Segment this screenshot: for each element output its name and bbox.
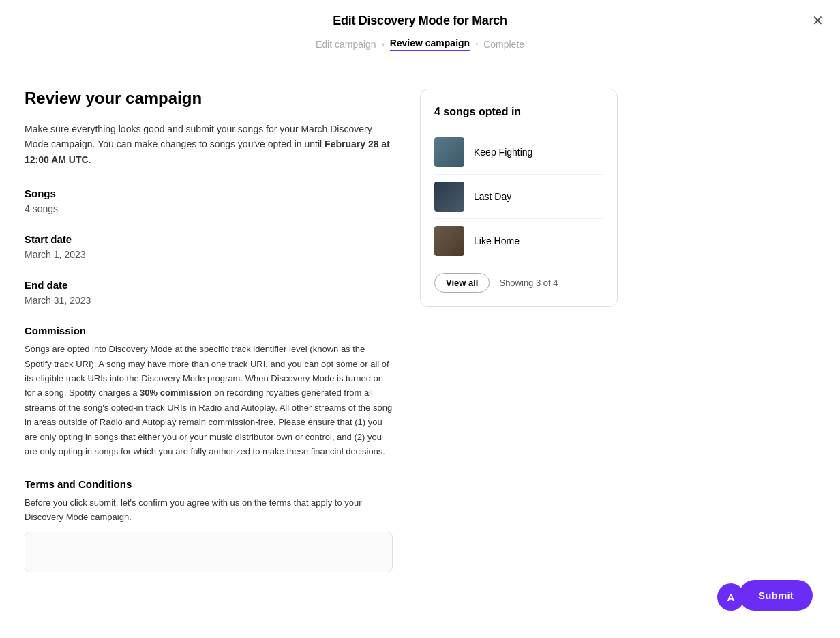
description-part1: Make sure everything looks good and subm… <box>25 124 372 149</box>
commission-body-part2: on recording royalties generated from al… <box>25 388 392 456</box>
song-item-3: Like Home <box>434 219 603 263</box>
start-date-title: Start date <box>25 233 393 245</box>
chevron-icon-2: › <box>475 40 478 49</box>
song-thumb-1 <box>434 137 464 167</box>
showing-text: Showing 3 of 4 <box>499 278 558 288</box>
end-date-value: March 31, 2023 <box>25 295 393 306</box>
start-date-value: March 1, 2023 <box>25 249 393 260</box>
close-button[interactable]: ✕ <box>812 12 824 29</box>
song-item-2: Last Day <box>434 175 603 219</box>
main-content: Review your campaign Make sure everythin… <box>0 61 750 616</box>
header: Edit Discovery Mode for March Edit campa… <box>0 0 840 61</box>
song-name-2: Last Day <box>474 191 511 202</box>
commission-section: Commission Songs are opted into Discover… <box>25 325 393 459</box>
song-name-1: Keep Fighting <box>474 147 532 158</box>
description-part2: . <box>89 154 91 165</box>
songs-section-title: Songs <box>25 188 393 199</box>
songs-section: Songs 4 songs <box>25 188 393 214</box>
step-edit-campaign[interactable]: Edit campaign <box>316 39 376 50</box>
end-date-title: End date <box>25 279 393 291</box>
end-date-section: End date March 31, 2023 <box>25 279 393 306</box>
song-name-3: Like Home <box>474 235 520 246</box>
page-title: Edit Discovery Mode for March <box>0 14 840 28</box>
song-thumb-3 <box>434 226 464 256</box>
songs-section-value: 4 songs <box>25 203 393 214</box>
commission-bold: 30% commission <box>140 388 212 398</box>
opted-in-card: 4 songs opted in Keep Fighting Last Day … <box>420 89 618 307</box>
start-date-section: Start date March 1, 2023 <box>25 233 393 260</box>
terms-section: Terms and Conditions Before you click su… <box>25 478 393 572</box>
commission-title: Commission <box>25 325 393 336</box>
stepper: Edit campaign › Review campaign › Comple… <box>0 38 840 61</box>
opted-in-title: 4 songs opted in <box>434 106 603 118</box>
avatar-button[interactable]: A <box>717 583 745 611</box>
terms-box <box>25 532 393 572</box>
view-all-row: View all Showing 3 of 4 <box>434 273 603 293</box>
song-thumb-2 <box>434 182 464 212</box>
right-panel: 4 songs opted in Keep Fighting Last Day … <box>420 89 618 589</box>
step-complete[interactable]: Complete <box>483 39 524 50</box>
terms-title: Terms and Conditions <box>25 478 393 490</box>
review-title: Review your campaign <box>25 89 393 108</box>
review-description: Make sure everything looks good and subm… <box>25 121 393 167</box>
terms-body: Before you click submit, let's confirm y… <box>25 495 393 525</box>
commission-body: Songs are opted into Discovery Mode at t… <box>25 342 393 459</box>
view-all-button[interactable]: View all <box>434 273 490 293</box>
step-review-campaign[interactable]: Review campaign <box>390 38 470 51</box>
song-item-1: Keep Fighting <box>434 130 603 175</box>
submit-button[interactable]: Submit <box>739 580 813 611</box>
chevron-icon-1: › <box>382 40 385 49</box>
left-panel: Review your campaign Make sure everythin… <box>25 89 393 589</box>
